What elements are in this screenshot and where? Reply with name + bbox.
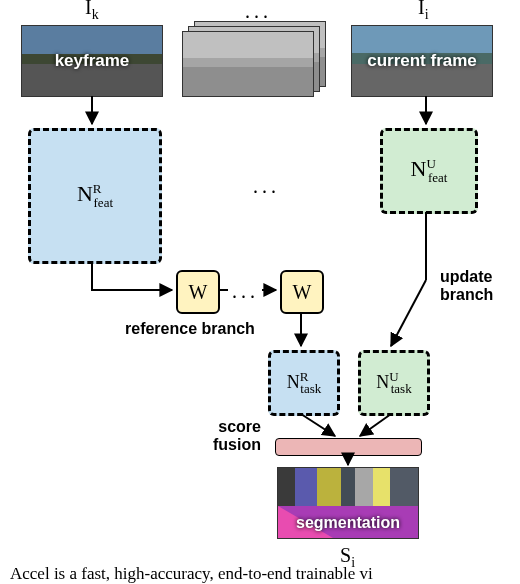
label-I-i: Ii: [418, 0, 429, 23]
reference-branch-label: reference branch: [125, 320, 255, 338]
nr-feat-label: NRfeat: [77, 181, 113, 211]
nr-task-label: NRtask: [287, 369, 322, 397]
segmentation-output: segmentation: [278, 468, 418, 538]
warp-box-n: W: [280, 270, 324, 314]
dots-top: ...: [245, 0, 272, 23]
nu-task-label: NUtask: [376, 369, 411, 397]
fusion-bar: [275, 438, 422, 456]
svg-line-8: [360, 414, 391, 436]
intermediate-frames-stack: [183, 22, 323, 92]
keyframe-image: keyframe: [22, 26, 162, 96]
warp-box-1: W: [176, 270, 220, 314]
dots-w: ...: [232, 280, 259, 303]
svg-line-6: [391, 280, 426, 346]
svg-line-7: [301, 414, 335, 436]
current-frame-text: current frame: [367, 51, 477, 71]
current-frame-image: current frame: [352, 26, 492, 96]
keyframe-text: keyframe: [55, 51, 130, 71]
segmentation-text: segmentation: [278, 514, 418, 532]
nr-feat-box: NRfeat: [28, 128, 162, 264]
nu-feat-label: NUfeat: [411, 156, 448, 186]
nr-task-box: NRtask: [268, 350, 340, 416]
nu-task-box: NUtask: [358, 350, 430, 416]
dots-feat: ...: [253, 175, 280, 198]
label-I-k: Ik: [85, 0, 99, 23]
caption-fragment: Accel is a fast, high-accuracy, end-to-e…: [10, 564, 373, 584]
nu-feat-box: NUfeat: [380, 128, 478, 214]
update-branch-label: updatebranch: [440, 268, 493, 305]
score-fusion-label: scorefusion: [213, 418, 261, 455]
